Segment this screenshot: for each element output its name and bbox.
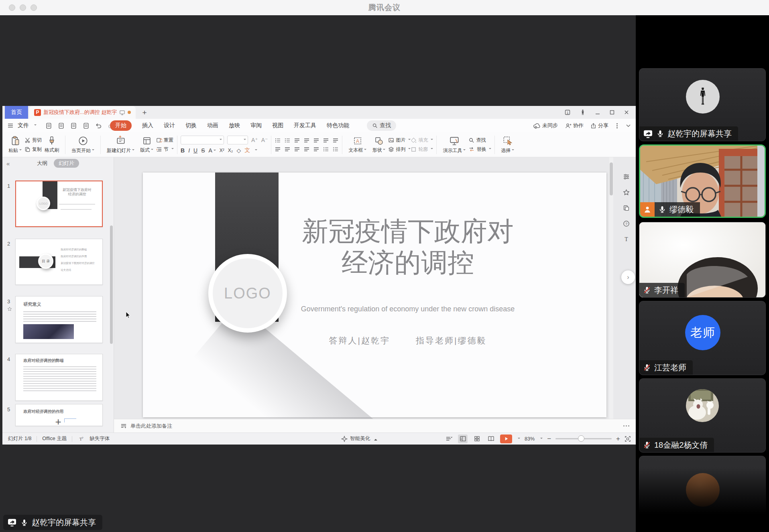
- zoom-window-button[interactable]: [31, 4, 37, 11]
- cut-button[interactable]: 剪切: [24, 137, 42, 144]
- menu-view[interactable]: 视图: [272, 122, 283, 129]
- resource-library-icon[interactable]: [623, 205, 630, 211]
- text-tool-icon[interactable]: [623, 236, 630, 243]
- underline-button[interactable]: U: [193, 147, 197, 154]
- pinyin-button[interactable]: 文: [244, 147, 250, 154]
- close-window-button[interactable]: [9, 4, 15, 11]
- fill-button[interactable]: 填充: [411, 137, 433, 144]
- slide-thumbnail-1[interactable]: LOGO 新冠疫情下政府对 经济的调控: [15, 181, 103, 227]
- export-icon[interactable]: [58, 122, 65, 129]
- select-button[interactable]: 选择: [498, 136, 517, 154]
- play-from-current-button[interactable]: 当页开始: [69, 136, 97, 154]
- increase-indent-icon[interactable]: [303, 137, 310, 144]
- menu-features[interactable]: 特色功能: [327, 122, 349, 129]
- wps-maximize-button[interactable]: [609, 110, 615, 115]
- menu-design[interactable]: 设计: [164, 122, 175, 129]
- participant-tile-yangwenqian[interactable]: 18金融2杨文倩: [639, 378, 766, 453]
- canvas-scrollbar[interactable]: [610, 162, 613, 195]
- file-menu[interactable]: 文件: [18, 122, 29, 129]
- smart-beautify-button[interactable]: 智能美化: [341, 435, 377, 442]
- collapse-ribbon-icon[interactable]: [626, 123, 631, 128]
- wps-minimize-button[interactable]: [595, 110, 600, 115]
- slide-thumbnail-4[interactable]: 政府对经济调控的弊端: [15, 354, 103, 401]
- notes-more-icon[interactable]: [623, 425, 629, 426]
- menu-home[interactable]: 开始: [110, 120, 132, 131]
- bullet-list-icon[interactable]: [275, 137, 281, 144]
- play-options-caret-icon[interactable]: [518, 438, 520, 440]
- share-button[interactable]: 分享: [590, 122, 608, 129]
- slide-sorter-view-button[interactable]: [472, 435, 482, 443]
- zoom-out-button[interactable]: −: [547, 435, 551, 443]
- text-box-button[interactable]: 文本框: [346, 136, 369, 154]
- zoom-slider-knob[interactable]: [578, 435, 584, 442]
- increase-font-button[interactable]: A⁺: [251, 137, 258, 143]
- participant-tile-jiangyun[interactable]: 老师 江芸老师: [639, 301, 766, 375]
- arrange-button[interactable]: 排列: [388, 146, 411, 153]
- more-options-icon[interactable]: [615, 123, 619, 128]
- expand-pane-chevron-button[interactable]: ›: [621, 270, 635, 284]
- distribute-icon[interactable]: [313, 146, 319, 152]
- favorites-star-icon[interactable]: [623, 189, 630, 196]
- font-size-select[interactable]: [227, 136, 248, 144]
- menu-transition[interactable]: 切换: [185, 122, 197, 129]
- print-icon[interactable]: [70, 122, 77, 129]
- sync-status[interactable]: 未同步: [533, 122, 558, 129]
- find-pill[interactable]: 查找: [367, 120, 396, 131]
- replace-button[interactable]: 替换: [468, 146, 491, 153]
- missing-font-label[interactable]: 缺失字体: [90, 435, 110, 442]
- properties-sliders-icon[interactable]: [623, 173, 630, 180]
- zoom-slider[interactable]: [555, 438, 612, 439]
- current-slide[interactable]: LOGO 新冠疫情下政府对 经济的调控 Government's regulat…: [143, 173, 606, 417]
- numbered-list-icon[interactable]: [284, 137, 291, 144]
- ab-direction-icon[interactable]: [332, 137, 339, 144]
- line-spacing-icon[interactable]: [323, 146, 329, 152]
- menu-slideshow[interactable]: 放映: [229, 122, 240, 129]
- panel-scrollbar[interactable]: [110, 225, 113, 344]
- subscript-button[interactable]: X₂: [228, 148, 233, 153]
- collaborate-button[interactable]: 协作: [565, 122, 584, 129]
- reading-view-button[interactable]: [486, 435, 496, 443]
- menu-review[interactable]: 审阅: [250, 122, 262, 129]
- clear-format-icon[interactable]: ◇: [237, 147, 241, 154]
- reset-button[interactable]: 重置: [156, 137, 174, 144]
- fit-to-window-icon[interactable]: [625, 436, 631, 442]
- font-color-button[interactable]: A: [208, 147, 216, 154]
- canvas-scrollbar-track[interactable]: [609, 157, 613, 419]
- picture-button[interactable]: 图片: [388, 137, 411, 144]
- strikethrough-button[interactable]: S: [201, 147, 205, 154]
- hamburger-menu-icon[interactable]: [7, 122, 14, 129]
- bold-button[interactable]: B: [181, 147, 185, 154]
- paragraph-spacing-icon[interactable]: [332, 146, 339, 152]
- format-painter-button[interactable]: 格式刷: [42, 136, 62, 154]
- undo-icon[interactable]: [95, 122, 102, 129]
- text-direction-icon[interactable]: [313, 137, 319, 144]
- justify-icon[interactable]: [303, 146, 310, 152]
- member-person-icon[interactable]: [580, 109, 586, 116]
- participant-tile-miaodeyi[interactable]: 缪德毅: [639, 144, 766, 218]
- participant-tile-screen-share[interactable]: 赵乾宇的屏幕共享: [639, 68, 766, 141]
- align-left-icon[interactable]: [275, 146, 281, 152]
- slideshow-play-button[interactable]: [500, 435, 512, 443]
- decrease-font-button[interactable]: A⁻: [261, 137, 268, 143]
- wps-document-tab[interactable]: P 新冠疫情下政府...的调控 赵乾宇: [29, 106, 136, 119]
- copy-button[interactable]: 复制: [24, 146, 42, 153]
- help-icon[interactable]: [623, 220, 630, 227]
- slides-tab[interactable]: 幻灯片: [54, 159, 79, 168]
- italic-button[interactable]: I: [188, 147, 190, 154]
- align-text-icon[interactable]: [323, 137, 329, 144]
- menu-animation[interactable]: 动画: [207, 122, 218, 129]
- new-tab-button[interactable]: +: [142, 107, 146, 119]
- paste-button[interactable]: 粘贴: [6, 136, 24, 154]
- layout-button[interactable]: 版式: [137, 136, 156, 154]
- print-preview-icon[interactable]: [83, 122, 90, 129]
- integrate-mode-icon[interactable]: [564, 109, 571, 116]
- slide-thumbnail-2[interactable]: 目 录 政府对经济调控的弊端 政府对经济调控的作用 新冠疫情下我国对经济的调控 …: [15, 239, 103, 285]
- new-slide-button[interactable]: 新建幻灯片: [104, 136, 137, 154]
- zoom-in-button[interactable]: +: [616, 435, 620, 443]
- menu-devtools[interactable]: 开发工具: [294, 122, 316, 129]
- find-button[interactable]: 查找: [468, 137, 491, 144]
- normal-view-button[interactable]: [458, 435, 468, 443]
- add-slide-button[interactable]: +: [2, 416, 114, 428]
- present-tools-button[interactable]: 演示工具: [440, 136, 468, 154]
- align-center-icon[interactable]: [284, 146, 291, 152]
